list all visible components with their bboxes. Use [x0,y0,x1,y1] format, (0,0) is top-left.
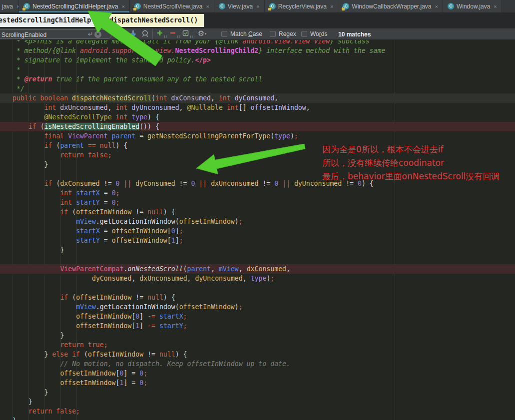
code-token: if [60,294,72,301]
editor-tab-View-java[interactable]: CView.java× [214,0,265,12]
code-token: NestedScrollingChild2 [175,47,259,54]
code-token: offsetInWindow [179,218,235,225]
editor-tab-NestedScrollingChildHelper-java[interactable]: CNestedScrollingChildHelper.java× [19,0,130,12]
code-token: return false; [28,408,80,415]
code-token: || [195,180,211,187]
code-token: [ [116,379,120,387]
code-line: * @return true if the parent consumed an… [0,74,515,84]
code-token: null [147,294,163,301]
lock-icon [342,8,345,10]
code-token: ViewParent [68,132,111,140]
breadcrumb-chip-method[interactable]: dispatchNestedScroll() [106,14,204,27]
code-token: ; [143,379,147,387]
code-line: } else if (offsetInWindow != null) { [0,350,515,359]
code-token: = [131,370,139,377]
tab-close-icon[interactable]: × [256,3,259,9]
code-token: } [44,161,48,168]
clear-search-button[interactable]: × [94,31,101,38]
code-line: int startX = 0; [0,188,515,198]
code-token: dxConsumed [171,94,211,102]
code-token: @return [24,75,52,83]
code-token: } [60,332,64,339]
code-token: ; [116,189,120,197]
code-token: != [100,180,116,187]
annotation-line: 所以，没有继续传给coodinator [322,156,500,170]
code-token: 0 [139,370,143,377]
code-token: offsetInWindow [60,370,115,377]
remove-occurrence-icon[interactable]: II [170,30,176,38]
lock-icon [133,8,136,10]
code-token: int [60,189,76,197]
add-occurrence-icon[interactable]: II [157,30,163,38]
code-token: 0 [274,180,278,187]
toolbar-separator [152,29,153,38]
code-line: } [0,331,515,340]
select-all-occurrences-icon[interactable]: II [182,30,189,38]
code-line: offsetInWindow[0] -= startX; [0,312,515,321]
gear-icon[interactable]: ⚙▾ [198,29,206,38]
code-token: parent [112,132,140,140]
tab-close-icon[interactable]: × [435,3,438,9]
code-token: null [100,142,116,149]
checkbox[interactable] [270,31,276,37]
code-token: -= [147,313,159,320]
code-token: dyUnconsumed [131,104,179,111]
code-token: ( [72,208,76,216]
next-match-arrow-down-icon[interactable] [130,30,136,39]
code-token: if [44,180,56,187]
code-token: = [104,227,112,235]
code-token: [ [116,370,120,377]
code-token: type [251,275,267,282]
regex-checkbox[interactable]: Regex [270,30,296,37]
tab-label: Window.java [457,3,490,10]
code-token: android.view.View View [243,40,330,45]
breadcrumb-chip-class[interactable]: estedScrollingChildHelp [0,14,97,27]
code-token: == [88,142,100,149]
tab-close-icon[interactable]: × [206,3,209,9]
code-token: , [243,275,251,282]
code-token: * [16,75,24,83]
words-checkbox[interactable]: Words [301,30,327,37]
code-token: ) { [147,113,159,121]
code-token: startX [76,227,104,235]
code-token: ()) { [139,123,159,130]
code-token: return true; [60,341,107,349]
code-token: dxUnconsumed [211,180,258,187]
code-token: </p> [195,56,211,64]
code-token: */ [16,85,24,92]
code-token: ( [175,303,179,311]
search-input[interactable]: ScrollingEnabled ↵ × [0,29,112,39]
tab-close-icon[interactable]: × [330,3,333,9]
code-token: offsetInWindow [76,294,131,301]
editor-tab-WindowCallbackWrapper-java[interactable]: CWindowCallbackWrapper.java× [338,0,443,12]
search-query-text: ScrollingEnabled [1,31,46,38]
tab-close-icon[interactable]: × [121,3,124,9]
code-token: } [60,246,64,254]
code-token: dxConsumed [247,265,286,273]
checkbox[interactable] [301,31,307,37]
code-token: ViewParentCompat [60,265,123,273]
code-token: ) [290,132,294,140]
code-token: int [44,104,60,111]
editor-tab-RecyclerView-java[interactable]: CRecyclerView.java× [265,0,339,12]
code-token: . [96,218,100,225]
checkbox-label: Match Case [230,30,262,37]
code-line: int dxUnconsumed, int dyUnconsumed, @Nul… [0,103,515,112]
tab-close-icon[interactable]: × [494,3,497,9]
code-token: int [116,104,132,111]
editor-tab-Window-java[interactable]: CWindow.java× [443,0,502,12]
class-icon: C [219,3,225,9]
checkbox[interactable] [221,31,227,37]
code-token: parent [187,265,211,273]
code-token: || [278,180,294,187]
code-token: ; [270,275,274,282]
match-case-checkbox[interactable]: Match Case [221,30,262,37]
occurrence-badge-icon[interactable] [141,30,149,39]
code-token: = [104,199,112,206]
code-token: . [96,303,100,311]
code-token: ; [294,132,298,140]
editor-tab-NestedScrollView-java[interactable]: CNestedScrollView.java× [130,0,214,12]
code-line: mView.getLocationInWindow(offsetInWindow… [0,217,515,226]
code-editor[interactable]: * <p>This is a delegate method. Call it … [0,40,515,420]
editor-tab-java[interactable]: java× [0,0,19,12]
